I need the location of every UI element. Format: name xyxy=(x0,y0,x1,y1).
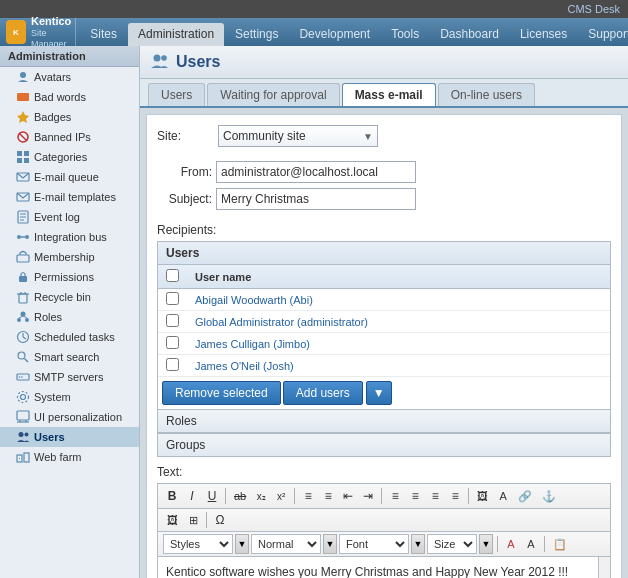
editor-body[interactable]: Kentico software wishes you Merry Christ… xyxy=(157,557,599,578)
outdent-button[interactable]: ⇤ xyxy=(339,487,357,505)
paste-button[interactable]: 📋 xyxy=(549,536,571,553)
styles-dropdown-btn[interactable]: ▼ xyxy=(235,534,249,554)
categories-icon xyxy=(16,150,30,164)
nav-tab-dashboard[interactable]: Dashboard xyxy=(430,23,509,46)
align-right-button[interactable]: ≡ xyxy=(426,487,444,505)
styles-select[interactable]: Styles xyxy=(163,534,233,554)
user-checkbox-1[interactable] xyxy=(166,292,179,305)
sidebar-item-bad-words[interactable]: Bad words xyxy=(0,87,139,107)
ordered-list-button[interactable]: ≡ xyxy=(319,487,337,505)
sidebar-item-banned-ips[interactable]: Banned IPs xyxy=(0,127,139,147)
sidebar-item-email-queue[interactable]: E-mail queue xyxy=(0,167,139,187)
select-all-checkbox[interactable] xyxy=(166,269,179,282)
user-checkbox-2[interactable] xyxy=(166,314,179,327)
nav-tab-tools[interactable]: Tools xyxy=(381,23,429,46)
nav-tab-support[interactable]: Support xyxy=(578,23,628,46)
svg-rect-22 xyxy=(19,294,27,303)
sidebar-item-recycle-bin[interactable]: Recycle bin xyxy=(0,287,139,307)
roles-section-header[interactable]: Roles xyxy=(158,409,610,433)
user-link-3[interactable]: James Culligan (Jimbo) xyxy=(195,338,310,350)
font-color-button[interactable]: A xyxy=(502,536,520,552)
format-select[interactable]: Normal xyxy=(251,534,321,554)
font-select[interactable]: Font xyxy=(339,534,409,554)
user-name-cell-3: James Culligan (Jimbo) xyxy=(187,333,610,355)
tab-waiting-for-approval[interactable]: Waiting for approval xyxy=(207,83,339,106)
nav-tab-licenses[interactable]: Licenses xyxy=(510,23,577,46)
sidebar-item-users[interactable]: Users xyxy=(0,427,139,447)
toolbar-separator-3 xyxy=(381,488,382,504)
bold-button[interactable]: B xyxy=(163,487,181,505)
italic-button[interactable]: I xyxy=(183,487,201,505)
add-users-dropdown-button[interactable]: ▼ xyxy=(366,381,392,405)
strikethrough-button[interactable]: ab xyxy=(230,488,250,504)
add-users-button[interactable]: Add users xyxy=(283,381,363,405)
bg-color-button[interactable]: A xyxy=(522,536,540,552)
format-dropdown-btn[interactable]: ▼ xyxy=(323,534,337,554)
image-button[interactable]: 🖼 xyxy=(473,488,492,504)
sidebar-item-ui-personalization[interactable]: UI personalization xyxy=(0,407,139,427)
unordered-list-button[interactable]: ≡ xyxy=(299,487,317,505)
svg-rect-21 xyxy=(19,276,27,282)
user-checkbox-4[interactable] xyxy=(166,358,179,371)
nav-tab-sites[interactable]: Sites xyxy=(80,23,127,46)
size-dropdown-btn[interactable]: ▼ xyxy=(479,534,493,554)
omega-button[interactable]: Ω xyxy=(211,511,229,529)
sidebar-item-email-templates[interactable]: E-mail templates xyxy=(0,187,139,207)
sidebar-item-web-farm[interactable]: Web farm xyxy=(0,447,139,467)
site-select[interactable]: Community site ▼ xyxy=(218,125,378,147)
from-input[interactable] xyxy=(216,161,416,183)
user-link-2[interactable]: Global Administrator (administrator) xyxy=(195,316,368,328)
cms-desk-link[interactable]: CMS Desk xyxy=(567,3,620,15)
subject-input[interactable] xyxy=(216,188,416,210)
sidebar-item-roles[interactable]: Roles xyxy=(0,307,139,327)
sidebar-item-event-log[interactable]: Event log xyxy=(0,207,139,227)
logo-section: K Kentico Site Manager xyxy=(0,18,76,46)
color-button[interactable]: A xyxy=(494,488,512,504)
subject-row: Subject: xyxy=(157,188,611,210)
sidebar-item-membership[interactable]: Membership xyxy=(0,247,139,267)
tab-mass-email[interactable]: Mass e-mail xyxy=(342,83,436,106)
svg-point-2 xyxy=(20,72,26,78)
sidebar-item-smtp-servers[interactable]: SMTP servers xyxy=(0,367,139,387)
font-dropdown-btn[interactable]: ▼ xyxy=(411,534,425,554)
remove-selected-button[interactable]: Remove selected xyxy=(162,381,281,405)
svg-point-38 xyxy=(21,376,23,378)
svg-text:K: K xyxy=(13,28,19,37)
user-link-4[interactable]: James O'Neil (Josh) xyxy=(195,360,294,372)
underline-button[interactable]: U xyxy=(203,487,221,505)
sidebar-item-permissions[interactable]: Permissions xyxy=(0,267,139,287)
anchor-button[interactable]: ⚓ xyxy=(538,488,560,505)
superscript-button[interactable]: x² xyxy=(272,489,290,504)
user-checkbox-3[interactable] xyxy=(166,336,179,349)
user-link-1[interactable]: Abigail Woodwarth (Abi) xyxy=(195,294,313,306)
sidebar-item-badges[interactable]: Badges xyxy=(0,107,139,127)
justify-button[interactable]: ≡ xyxy=(446,487,464,505)
nav-tab-settings[interactable]: Settings xyxy=(225,23,288,46)
align-left-button[interactable]: ≡ xyxy=(386,487,404,505)
table-button[interactable]: ⊞ xyxy=(184,512,202,529)
indent-button[interactable]: ⇥ xyxy=(359,487,377,505)
sidebar: Administration Avatars Bad words Badges … xyxy=(0,46,140,578)
subscript-button[interactable]: x₂ xyxy=(252,489,270,504)
special-char-button[interactable]: 🖼 xyxy=(163,512,182,528)
sidebar-item-avatars[interactable]: Avatars xyxy=(0,67,139,87)
groups-section-header[interactable]: Groups xyxy=(158,433,610,456)
text-label: Text: xyxy=(157,465,611,479)
sidebar-item-system[interactable]: System xyxy=(0,387,139,407)
sidebar-item-categories[interactable]: Categories xyxy=(0,147,139,167)
sidebar-item-integration-bus[interactable]: Integration bus xyxy=(0,227,139,247)
sidebar-item-smart-search[interactable]: Smart search xyxy=(0,347,139,367)
tab-online-users[interactable]: On-line users xyxy=(438,83,535,106)
link-button[interactable]: 🔗 xyxy=(514,488,536,505)
size-select[interactable]: Size xyxy=(427,534,477,554)
sidebar-item-scheduled-tasks[interactable]: Scheduled tasks xyxy=(0,327,139,347)
nav-tab-development[interactable]: Development xyxy=(289,23,380,46)
smart-search-icon xyxy=(16,350,30,364)
svg-line-29 xyxy=(19,316,23,318)
svg-point-40 xyxy=(18,392,29,403)
tab-users[interactable]: Users xyxy=(148,83,205,106)
align-center-button[interactable]: ≡ xyxy=(406,487,424,505)
nav-tab-administration[interactable]: Administration xyxy=(128,23,224,46)
kentico-logo-icon: K xyxy=(9,25,23,39)
svg-line-6 xyxy=(19,133,27,141)
